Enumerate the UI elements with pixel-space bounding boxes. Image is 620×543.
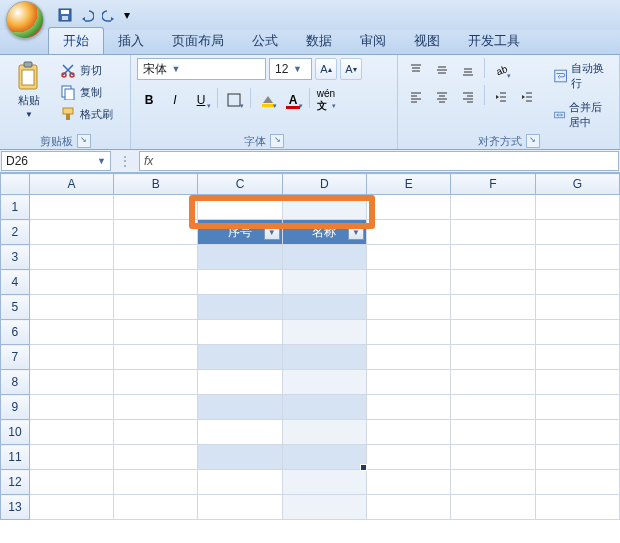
merge-center-button[interactable]: 合并后居中 bbox=[549, 97, 613, 133]
formula-input[interactable]: fx bbox=[139, 151, 619, 171]
tab-insert[interactable]: 插入 bbox=[104, 28, 158, 54]
row-header-3[interactable]: 3 bbox=[1, 245, 30, 270]
tab-review[interactable]: 审阅 bbox=[346, 28, 400, 54]
cell-A13[interactable] bbox=[29, 495, 113, 520]
col-header-B[interactable]: B bbox=[114, 174, 198, 195]
cell-E11[interactable] bbox=[367, 445, 451, 470]
cell-D13[interactable] bbox=[282, 495, 366, 520]
cell-E10[interactable] bbox=[367, 420, 451, 445]
cell-F11[interactable] bbox=[451, 445, 535, 470]
cell-B2[interactable] bbox=[114, 220, 198, 245]
align-top-button[interactable] bbox=[404, 58, 428, 82]
cell-E4[interactable] bbox=[367, 270, 451, 295]
cell-A10[interactable] bbox=[29, 420, 113, 445]
cell-F8[interactable] bbox=[451, 370, 535, 395]
copy-button[interactable]: 复制 bbox=[56, 82, 117, 102]
align-bottom-button[interactable] bbox=[456, 58, 480, 82]
cell-B4[interactable] bbox=[114, 270, 198, 295]
cell-B10[interactable] bbox=[114, 420, 198, 445]
cell-G12[interactable] bbox=[535, 470, 619, 495]
cell-A7[interactable] bbox=[29, 345, 113, 370]
cell-E9[interactable] bbox=[367, 395, 451, 420]
cell-F1[interactable] bbox=[451, 195, 535, 220]
cell-C8[interactable] bbox=[198, 370, 282, 395]
select-all-corner[interactable] bbox=[1, 174, 30, 195]
cell-E6[interactable] bbox=[367, 320, 451, 345]
cell-G8[interactable] bbox=[535, 370, 619, 395]
cell-E1[interactable] bbox=[367, 195, 451, 220]
align-middle-button[interactable] bbox=[430, 58, 454, 82]
cell-F13[interactable] bbox=[451, 495, 535, 520]
row-header-7[interactable]: 7 bbox=[1, 345, 30, 370]
cell-E8[interactable] bbox=[367, 370, 451, 395]
cell-B7[interactable] bbox=[114, 345, 198, 370]
format-painter-button[interactable]: 格式刷 bbox=[56, 104, 117, 124]
cell-F2[interactable] bbox=[451, 220, 535, 245]
cell-C4[interactable] bbox=[198, 270, 282, 295]
paste-button[interactable]: 粘贴 ▼ bbox=[6, 58, 52, 122]
align-right-button[interactable] bbox=[456, 85, 480, 109]
font-name-combo[interactable]: 宋体▼ bbox=[137, 58, 266, 80]
dialog-launcher-icon[interactable]: ↘ bbox=[526, 134, 540, 148]
orientation-button[interactable]: ab▾ bbox=[489, 58, 513, 82]
border-button[interactable]: ▾ bbox=[222, 88, 246, 112]
cell-B1[interactable] bbox=[114, 195, 198, 220]
col-header-F[interactable]: F bbox=[451, 174, 535, 195]
cell-G4[interactable] bbox=[535, 270, 619, 295]
tab-page-layout[interactable]: 页面布局 bbox=[158, 28, 238, 54]
row-header-13[interactable]: 13 bbox=[1, 495, 30, 520]
cell-E5[interactable] bbox=[367, 295, 451, 320]
row-header-12[interactable]: 12 bbox=[1, 470, 30, 495]
cell-F9[interactable] bbox=[451, 395, 535, 420]
cell-F7[interactable] bbox=[451, 345, 535, 370]
cell-A5[interactable] bbox=[29, 295, 113, 320]
cell-G3[interactable] bbox=[535, 245, 619, 270]
formula-bar-expand[interactable]: ⋮ bbox=[112, 150, 138, 172]
qat-dropdown-icon[interactable]: ▾ bbox=[122, 6, 132, 24]
fill-handle[interactable] bbox=[360, 464, 367, 471]
cell-A9[interactable] bbox=[29, 395, 113, 420]
cell-C13[interactable] bbox=[198, 495, 282, 520]
worksheet-grid[interactable]: ABCDEFG12序号▼名称▼345678910111213 bbox=[0, 173, 620, 543]
cell-G13[interactable] bbox=[535, 495, 619, 520]
col-header-A[interactable]: A bbox=[29, 174, 113, 195]
phonetic-button[interactable]: wén文▾ bbox=[314, 88, 338, 112]
cell-D8[interactable] bbox=[282, 370, 366, 395]
row-header-6[interactable]: 6 bbox=[1, 320, 30, 345]
tab-view[interactable]: 视图 bbox=[400, 28, 454, 54]
cell-D11[interactable] bbox=[282, 445, 366, 470]
cell-B5[interactable] bbox=[114, 295, 198, 320]
align-center-button[interactable] bbox=[430, 85, 454, 109]
cell-A3[interactable] bbox=[29, 245, 113, 270]
cell-E13[interactable] bbox=[367, 495, 451, 520]
cell-F3[interactable] bbox=[451, 245, 535, 270]
cell-A6[interactable] bbox=[29, 320, 113, 345]
cell-F10[interactable] bbox=[451, 420, 535, 445]
cell-E12[interactable] bbox=[367, 470, 451, 495]
cell-C7[interactable] bbox=[198, 345, 282, 370]
cell-A1[interactable] bbox=[29, 195, 113, 220]
cell-F5[interactable] bbox=[451, 295, 535, 320]
row-header-1[interactable]: 1 bbox=[1, 195, 30, 220]
increase-indent-button[interactable] bbox=[515, 85, 539, 109]
cell-D12[interactable] bbox=[282, 470, 366, 495]
row-header-5[interactable]: 5 bbox=[1, 295, 30, 320]
cell-C10[interactable] bbox=[198, 420, 282, 445]
cell-D10[interactable] bbox=[282, 420, 366, 445]
tab-formulas[interactable]: 公式 bbox=[238, 28, 292, 54]
increase-font-button[interactable]: A▴ bbox=[315, 58, 337, 80]
row-header-4[interactable]: 4 bbox=[1, 270, 30, 295]
wrap-text-button[interactable]: 自动换行 bbox=[549, 58, 613, 94]
tab-home[interactable]: 开始 bbox=[48, 27, 104, 54]
font-color-button[interactable]: A▾ bbox=[281, 88, 305, 112]
redo-icon[interactable] bbox=[100, 6, 118, 24]
col-header-C[interactable]: C bbox=[198, 174, 282, 195]
cell-F12[interactable] bbox=[451, 470, 535, 495]
cell-D6[interactable] bbox=[282, 320, 366, 345]
cell-D9[interactable] bbox=[282, 395, 366, 420]
cell-C5[interactable] bbox=[198, 295, 282, 320]
dialog-launcher-icon[interactable]: ↘ bbox=[270, 134, 284, 148]
name-box[interactable]: D26▼ bbox=[1, 151, 111, 171]
cell-G11[interactable] bbox=[535, 445, 619, 470]
col-header-E[interactable]: E bbox=[367, 174, 451, 195]
